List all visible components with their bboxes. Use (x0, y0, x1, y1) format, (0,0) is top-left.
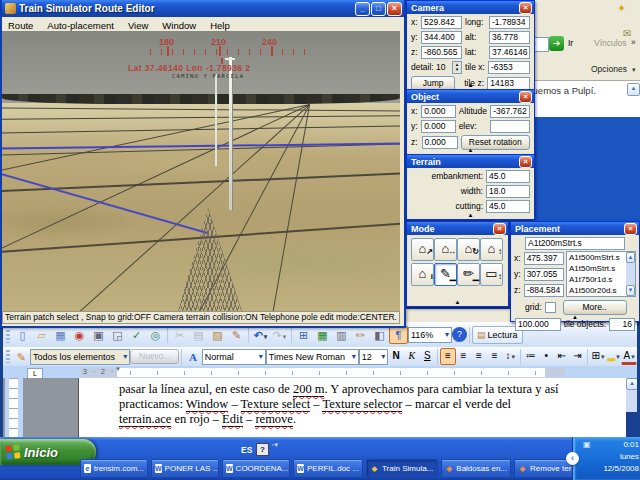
document-area[interactable]: pasar la línea azul, en este caso de 200… (3, 378, 637, 437)
show-markup-combo[interactable]: Todos los elementos (30, 349, 130, 365)
placement-close-icon[interactable] (624, 223, 637, 235)
browser-scroll-up-icon[interactable]: ▲ (627, 83, 640, 96)
clock-date[interactable]: 12/5/2008 (581, 463, 639, 475)
camera-z-field[interactable]: -860.565 (421, 46, 462, 59)
mode-object-info-icon[interactable]: ⌂i (411, 263, 434, 286)
language-bar-options-icon[interactable]: ▫▾ (272, 441, 278, 449)
language-indicator[interactable]: ES (241, 445, 252, 455)
width-field[interactable]: 18.0 (486, 185, 530, 198)
altitude-field[interactable]: -367.762 (490, 105, 530, 118)
align-center-button[interactable]: ≡ (456, 348, 472, 365)
mode-object-height-icon[interactable]: ⌂↕ (480, 238, 503, 261)
format-painter-icon[interactable]: ✎ (227, 326, 246, 344)
object-y-field[interactable]: 0.000 (421, 120, 456, 133)
viewport-3d[interactable]: 180 210 240 Lat 37.46140 Lon -1.78936 2 … (2, 31, 400, 311)
document-map-icon[interactable]: ◧ (370, 326, 389, 344)
help-icon[interactable]: ? (452, 327, 467, 342)
taskbar-button-poner-las[interactable]: W PONER LAS ... (151, 459, 219, 478)
decrease-indent-icon[interactable]: ⇤ (554, 348, 570, 365)
research-icon[interactable]: ◎ (146, 326, 165, 344)
placement-rollup-icon[interactable] (511, 314, 639, 321)
options-dropdown-icon[interactable] (631, 64, 636, 74)
document-page[interactable]: pasar la línea azul, en este caso de 200… (78, 378, 628, 437)
terrain-rollup-icon[interactable] (407, 212, 534, 219)
camera-x-field[interactable]: 529.842 (421, 16, 462, 29)
redo-icon[interactable]: ↷ (270, 326, 289, 344)
menu-help[interactable]: Help (210, 20, 230, 31)
placement-y-field[interactable]: 307.055 (524, 268, 564, 281)
camera-close-icon[interactable] (519, 2, 532, 14)
underline-button[interactable]: S (420, 348, 436, 365)
placement-z-field[interactable]: -884.584 (524, 284, 564, 297)
style-combo[interactable]: Normal (202, 349, 266, 365)
camera-tilex-field[interactable]: -6353 (488, 61, 530, 74)
clock-time[interactable]: 0:01 (581, 439, 639, 451)
camera-titlebar[interactable]: Camera (407, 1, 534, 14)
vertical-ruler[interactable] (5, 378, 23, 437)
permission-icon[interactable]: ◉ (70, 326, 89, 344)
list-item[interactable]: A1t750r1d.s (569, 274, 626, 285)
telephone-pole-2[interactable] (215, 74, 217, 166)
taskbar-button-coordena[interactable]: W COORDENA... (222, 459, 290, 478)
menu-auto-placement[interactable]: Auto-placement (47, 20, 114, 31)
camera-lat-field[interactable]: 37.46146 (489, 46, 530, 59)
line-spacing-icon[interactable]: ↕ (502, 348, 518, 365)
increase-indent-icon[interactable]: ⇥ (570, 348, 586, 365)
grid-checkbox[interactable] (545, 302, 556, 313)
mode-move-object-icon[interactable]: ⌂↔ (434, 238, 457, 261)
tray-chevron-icon[interactable]: ‹ (566, 452, 579, 465)
go-icon[interactable]: ➔ (549, 36, 564, 51)
close-icon[interactable] (387, 2, 402, 16)
font-color-icon[interactable]: A (621, 349, 637, 365)
bold-button[interactable]: N (388, 348, 404, 365)
list-scroll-down-icon[interactable]: ▼ (626, 285, 635, 296)
save-icon[interactable]: ▦ (51, 326, 70, 344)
open-icon[interactable]: ▱ (32, 326, 51, 344)
insert-excel-icon[interactable]: ▦ (313, 326, 332, 344)
mode-paint-terrain-icon[interactable]: ✎▁ (434, 263, 457, 286)
camera-rollup-icon[interactable] (407, 82, 534, 89)
list-item[interactable]: A1t500r20d.s (569, 285, 626, 296)
object-titlebar[interactable]: Object (407, 90, 534, 103)
toolbar-grip[interactable] (6, 326, 10, 344)
list-item[interactable]: A1t50mStrt.s (569, 263, 626, 274)
placement-x-field[interactable]: 475.397 (524, 252, 564, 265)
mode-raise-terrain-icon[interactable]: ▭↕ (480, 263, 503, 286)
horizontal-ruler[interactable]: L 3 · 2 · 1 ▼ (3, 366, 637, 378)
bullet-list-icon[interactable]: • (539, 348, 555, 365)
styles-pane-icon[interactable]: A (184, 348, 201, 366)
copy-icon[interactable]: ▤ (189, 326, 208, 344)
new-document-icon[interactable]: ▯ (13, 326, 32, 344)
links-label[interactable]: Vínculos (594, 37, 627, 50)
mode-rollup-icon[interactable] (407, 299, 508, 306)
embankment-field[interactable]: 45.0 (486, 170, 530, 183)
drawing-icon[interactable]: ✏ (351, 326, 370, 344)
mode-rotate-object-icon[interactable]: ⌂↻ (457, 238, 480, 261)
maximize-icon[interactable]: □ (371, 2, 386, 16)
elev-field[interactable] (490, 120, 530, 133)
spelling-icon[interactable]: ✓ (127, 326, 146, 344)
highlight-icon[interactable]: ▂ (606, 348, 622, 365)
detail-spinner[interactable]: ▴▾ (452, 61, 462, 74)
terrain-titlebar[interactable]: Terrain (407, 155, 534, 168)
undo-icon[interactable]: ↶ (251, 326, 270, 344)
object-listbox[interactable]: A1t500mStrt.s A1t50mStrt.s A1t750r1d.s A… (566, 251, 636, 297)
options-button[interactable]: Opciones (591, 63, 627, 76)
object-x-field[interactable]: 0.000 (421, 105, 456, 118)
terrain-close-icon[interactable] (519, 156, 532, 168)
object-close-icon[interactable] (519, 91, 532, 103)
taskbar-button-train-simulator[interactable]: ◆ Train Simula... (366, 459, 438, 478)
mode-select-object-icon[interactable]: ⌂↗ (411, 238, 434, 261)
menu-window[interactable]: Window (162, 20, 196, 31)
list-scrollbar[interactable]: ▲ ▼ (626, 252, 635, 296)
toolbar-grip[interactable] (6, 350, 10, 363)
object-rollup-icon[interactable] (407, 147, 534, 154)
italic-button[interactable]: K (404, 348, 420, 365)
taskbar-button-perfil-doc[interactable]: W PERFIL.doc ... (293, 459, 363, 478)
font-combo[interactable]: Times New Roman (266, 349, 359, 365)
language-help-icon[interactable]: ? (256, 443, 269, 456)
placement-titlebar[interactable]: Placement (511, 222, 639, 235)
scroll-up-icon[interactable]: ▲ (626, 378, 637, 390)
align-justify-button[interactable]: ≡ (487, 348, 503, 365)
reviewing-pane-icon[interactable]: ✎ (13, 348, 30, 366)
